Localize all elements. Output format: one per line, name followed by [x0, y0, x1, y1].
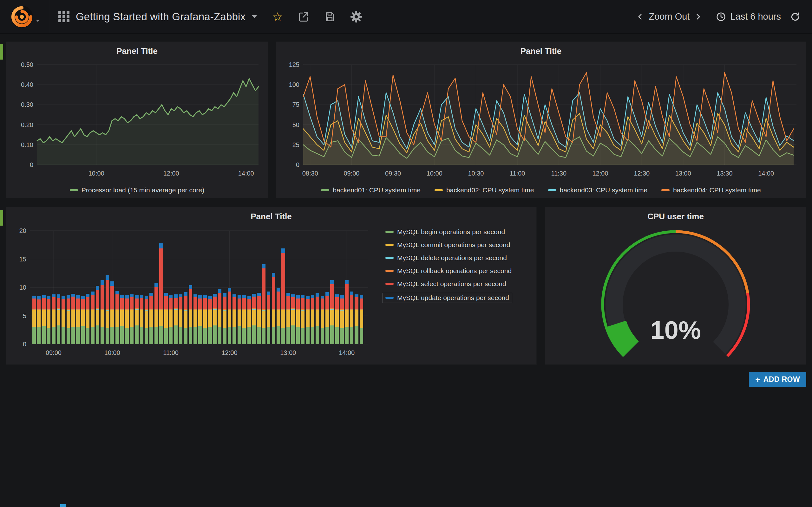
dashboard-grid-icon — [58, 11, 69, 22]
legend-color-swatch — [386, 297, 394, 299]
svg-text:100: 100 — [289, 81, 299, 88]
svg-text:10%: 10% — [650, 316, 701, 344]
panel-mysql-operations: Panel Title 0510152009:0010:0011:0012:00… — [6, 207, 537, 365]
save-icon — [324, 11, 336, 22]
svg-text:11:00: 11:00 — [163, 349, 179, 356]
legend-item[interactable]: backend02: CPU system time — [435, 186, 534, 194]
save-button[interactable] — [324, 11, 336, 22]
refresh-button[interactable] — [790, 11, 801, 22]
legend-color-swatch — [435, 189, 443, 191]
chevron-left-icon — [636, 11, 644, 22]
legend-color-swatch — [548, 189, 556, 191]
legend-label: backend04: CPU system time — [673, 186, 761, 194]
svg-text:0: 0 — [23, 341, 26, 348]
legend-color-swatch — [321, 189, 329, 191]
svg-text:25: 25 — [293, 141, 299, 148]
cpu-user-time-gauge: 10% — [545, 226, 806, 365]
svg-text:125: 125 — [289, 61, 299, 68]
clock-icon — [716, 11, 726, 22]
svg-text:5: 5 — [23, 313, 26, 320]
legend-item[interactable]: MySQL select operations per second — [386, 280, 529, 288]
svg-text:12:00: 12:00 — [221, 349, 237, 356]
svg-text:09:00: 09:00 — [344, 170, 359, 177]
svg-text:20: 20 — [19, 227, 26, 234]
legend-color-swatch — [386, 244, 394, 246]
panel-processor-load: Panel Title 00.100.200.300.400.5010:0012… — [6, 42, 268, 198]
legend-item[interactable]: MySQL commit operations per second — [386, 241, 529, 249]
svg-text:12:00: 12:00 — [163, 170, 179, 177]
cpu-system-time-chart[interactable]: 025507510012508:3009:0009:3010:0010:3011… — [279, 60, 803, 181]
caret-down-icon — [36, 20, 40, 22]
grafana-logo-icon — [10, 5, 33, 28]
navbar: Getting Started with Grafana-Zabbix ☆ — [0, 0, 812, 34]
legend-item[interactable]: MySQL update operations per second — [383, 293, 512, 302]
share-button[interactable] — [298, 11, 310, 23]
dashboard-title: Getting Started with Grafana-Zabbix — [76, 11, 246, 23]
legend-color-swatch — [386, 231, 394, 233]
legend-label: backend01: CPU system time — [333, 186, 420, 194]
legend-label: MySQL delete operations per second — [397, 254, 507, 262]
add-row-button[interactable]: + ADD ROW — [749, 372, 806, 387]
legend-label: MySQL rollback operations per second — [397, 267, 512, 275]
settings-button[interactable] — [350, 11, 362, 23]
svg-text:10: 10 — [19, 284, 26, 291]
gear-icon — [350, 11, 362, 23]
svg-text:10:00: 10:00 — [426, 170, 443, 177]
legend-item[interactable]: MySQL begin operations per second — [386, 228, 529, 236]
dashboard-area: Panel Title 00.100.200.300.400.5010:0012… — [0, 34, 812, 507]
svg-text:14:00: 14:00 — [758, 170, 774, 177]
processor-load-chart[interactable]: 00.100.200.300.400.5010:0012:0014:00 — [9, 60, 265, 181]
panel-title[interactable]: Panel Title — [6, 42, 268, 60]
dashboard-title-button[interactable]: Getting Started with Grafana-Zabbix — [58, 11, 257, 23]
chevron-right-icon — [694, 11, 702, 22]
chevron-right-button[interactable] — [694, 11, 702, 22]
panel-title[interactable]: Panel Title — [276, 42, 806, 60]
legend-item[interactable]: backend03: CPU system time — [548, 186, 648, 194]
legend-color-swatch — [70, 189, 78, 191]
legend-color-swatch — [386, 270, 394, 272]
legend-label: MySQL select operations per second — [397, 280, 506, 288]
svg-text:13:30: 13:30 — [716, 170, 732, 177]
svg-text:0.50: 0.50 — [21, 61, 33, 68]
share-icon — [298, 11, 310, 23]
panel-cpu-user-time: CPU user time 10% — [545, 207, 806, 365]
time-range-label: Last 6 hours — [730, 11, 781, 22]
legend-item[interactable]: MySQL rollback operations per second — [386, 267, 529, 275]
panel-title[interactable]: CPU user time — [545, 207, 806, 226]
time-picker-button[interactable]: Last 6 hours — [716, 11, 781, 22]
legend-label: MySQL commit operations per second — [397, 241, 510, 249]
svg-text:08:30: 08:30 — [302, 170, 318, 177]
legend-label: backend02: CPU system time — [446, 186, 534, 194]
add-row-label: ADD ROW — [763, 375, 800, 384]
svg-text:0.30: 0.30 — [21, 101, 33, 108]
legend-item[interactable]: MySQL delete operations per second — [386, 254, 529, 262]
legend-label: backend03: CPU system time — [560, 186, 648, 194]
svg-text:13:00: 13:00 — [675, 170, 691, 177]
svg-text:12:30: 12:30 — [634, 170, 650, 177]
refresh-icon — [790, 11, 801, 22]
svg-text:15: 15 — [19, 256, 26, 263]
mysql-operations-chart[interactable]: 0510152009:0010:0011:0012:0013:0014:00 — [10, 226, 372, 360]
legend-item[interactable]: backend04: CPU system time — [661, 186, 761, 194]
star-button[interactable]: ☆ — [272, 11, 283, 23]
grafana-logo-button[interactable] — [0, 0, 50, 33]
bottom-edge-artifact — [60, 504, 66, 507]
svg-text:0.40: 0.40 — [21, 81, 33, 88]
legend-item[interactable]: backend01: CPU system time — [321, 186, 420, 194]
legend-color-swatch — [661, 189, 670, 191]
svg-text:11:00: 11:00 — [510, 170, 525, 177]
zoom-out-button[interactable]: Zoom Out — [649, 11, 690, 22]
legend-item[interactable]: Processor load (15 min average per core) — [70, 186, 205, 194]
svg-text:10:00: 10:00 — [89, 170, 104, 177]
svg-text:0: 0 — [296, 161, 299, 168]
chevron-left-button[interactable] — [636, 11, 644, 22]
row-collapse-handle[interactable] — [0, 44, 3, 60]
legend-color-swatch — [386, 257, 394, 259]
svg-text:50: 50 — [293, 121, 299, 128]
legend-label: Processor load (15 min average per core) — [82, 186, 205, 194]
chart-legend: MySQL begin operations per secondMySQL c… — [386, 228, 529, 308]
row-collapse-handle[interactable] — [0, 210, 3, 226]
panel-title[interactable]: Panel Title — [6, 207, 537, 226]
caret-down-icon — [252, 15, 257, 18]
legend-label: MySQL update operations per second — [397, 294, 509, 302]
